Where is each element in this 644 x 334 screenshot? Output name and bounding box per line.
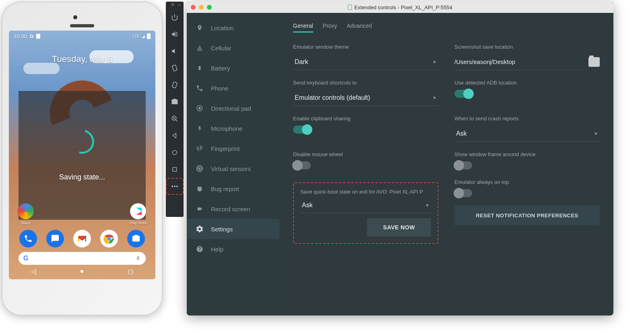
toggle-knob	[463, 89, 474, 99]
traffic-minimize-icon[interactable]	[199, 5, 204, 10]
saving-state-label: Saving state...	[59, 173, 105, 181]
dock-messages-icon[interactable]	[46, 230, 64, 247]
sidebar-item-cellular[interactable]: Cellular	[187, 38, 279, 58]
close-icon[interactable]: ×	[171, 2, 176, 7]
traffic-close-icon[interactable]	[191, 5, 196, 10]
path-value: /Users/easonj/Desktop	[454, 58, 515, 65]
bug-icon	[196, 185, 204, 192]
tab-general[interactable]: General	[293, 23, 313, 33]
tab-advanced[interactable]: Advanced	[347, 23, 372, 33]
svg-point-3	[108, 237, 110, 240]
sidebar-item-fingerprint[interactable]: Fingerprint	[187, 138, 279, 159]
save-now-button[interactable]: SAVE NOW	[367, 218, 431, 237]
field-theme: Emulator window theme Dark ▼	[293, 44, 438, 70]
svg-rect-5	[172, 82, 177, 88]
field-label: Disable mouse wheel	[293, 151, 438, 157]
screenshot-path-input[interactable]: /Users/easonj/Desktop	[454, 54, 584, 70]
toolbar-volume-up-button[interactable]	[166, 26, 184, 43]
field-frame: Show window frame around device	[454, 151, 600, 169]
sidebar-item-dpad[interactable]: Directional pad	[187, 98, 279, 118]
sidebar-item-phone[interactable]: Phone	[187, 78, 279, 98]
toolbar-volume-down-button[interactable]	[166, 43, 184, 60]
card-indicator-icon	[36, 34, 40, 39]
toolbar-home-button[interactable]	[166, 144, 184, 161]
dock-phone-icon[interactable]	[19, 230, 37, 247]
window-title-text: Extended controls - Pixel_XL_API_P:5554	[354, 4, 452, 10]
minimize-icon[interactable]: –	[178, 2, 182, 7]
dock-gmail-icon[interactable]	[73, 230, 91, 247]
wallpaper-cloud	[23, 63, 60, 74]
field-label: Send keyboard shortcuts to	[293, 80, 438, 86]
select-value: Ask	[302, 202, 313, 209]
sidebar-item-microphone[interactable]: Microphone	[187, 118, 279, 138]
field-crash: When to send crash reports Ask ▼	[454, 115, 600, 142]
phone-sensor-dot	[73, 15, 77, 19]
svg-point-17	[199, 168, 200, 169]
mouse-toggle[interactable]	[293, 161, 311, 169]
svg-point-16	[199, 107, 201, 109]
shortcuts-select[interactable]: Emulator controls (default) ▼	[293, 90, 438, 106]
toolbar-more-button[interactable]	[166, 178, 184, 195]
sidebar-item-label: Help	[211, 246, 223, 253]
theme-select[interactable]: Dark ▼	[293, 54, 438, 70]
settings-tabs: General Proxy Advanced	[293, 23, 600, 33]
select-value: Emulator controls (default)	[295, 94, 370, 101]
toolbar-recents-button[interactable]	[166, 161, 184, 178]
mic-icon[interactable]	[135, 255, 141, 262]
svg-line-7	[175, 120, 178, 122]
sidebar-item-bugreport[interactable]: Bug report	[187, 179, 279, 199]
home-dock	[9, 227, 155, 250]
settings-icon	[196, 225, 204, 233]
svg-rect-4	[172, 65, 177, 71]
sidebar-item-settings[interactable]: Settings	[187, 219, 279, 239]
sidebar-item-battery[interactable]: Battery	[187, 58, 279, 78]
reset-notifications-button[interactable]: RESET NOTIFICATION PREFERENCES	[454, 205, 600, 225]
toolbar-rotate-left-button[interactable]	[166, 60, 184, 76]
always-top-toggle[interactable]	[454, 189, 472, 197]
field-label: Emulator window theme	[293, 44, 438, 50]
nav-home-icon[interactable]: ●	[80, 268, 84, 275]
sidebar-item-sensors[interactable]: Virtual sensors	[187, 159, 279, 179]
nav-back-icon[interactable]: ◁	[31, 268, 36, 275]
window-title: Extended controls - Pixel_XL_API_P:5554	[348, 4, 452, 10]
tab-proxy[interactable]: Proxy	[323, 23, 337, 33]
toolbar-back-button[interactable]	[166, 127, 184, 144]
phone-screen[interactable]: 10:00 ✿ LTE ◢ Tuesday, Mar 6 Saving stat…	[9, 31, 155, 279]
dock-camera-icon[interactable]	[127, 230, 145, 247]
google-search-bar[interactable]: G	[19, 252, 146, 265]
extended-sidebar: Location Cellular Battery Phone Directio…	[187, 13, 279, 315]
app-playstore[interactable]: Play Store	[130, 203, 147, 225]
app-maps[interactable]: Maps	[18, 203, 34, 225]
window-titlebar[interactable]: Extended controls - Pixel_XL_API_P:5554	[187, 2, 613, 13]
battery-icon	[147, 33, 151, 39]
sidebar-item-location[interactable]: Location	[187, 18, 279, 38]
fingerprint-icon	[196, 144, 204, 153]
field-mouse: Disable mouse wheel	[293, 151, 438, 169]
field-always-on-top: Emulator always on top	[454, 179, 600, 197]
sidebar-item-record[interactable]: Record screen	[187, 199, 279, 219]
traffic-zoom-icon[interactable]	[207, 5, 212, 10]
crash-select[interactable]: Ask ▼	[454, 126, 600, 142]
dpad-icon	[196, 105, 204, 112]
frame-toggle[interactable]	[454, 161, 472, 169]
extended-controls-window: Extended controls - Pixel_XL_API_P:5554 …	[187, 2, 613, 315]
location-icon	[196, 24, 204, 32]
quickboot-select[interactable]: Ask ▼	[300, 197, 431, 213]
nav-recents-icon[interactable]: ◻	[128, 268, 133, 275]
toolbar-rotate-right-button[interactable]	[166, 76, 184, 93]
sidebar-item-help[interactable]: Help	[187, 239, 279, 259]
toolbar-zoom-button[interactable]	[166, 110, 184, 127]
field-screenshot-location: Screenshot save location /Users/easonj/D…	[454, 44, 600, 70]
sensors-icon	[196, 165, 204, 172]
browse-folder-button[interactable]	[588, 57, 600, 67]
toolbar-screenshot-button[interactable]	[166, 93, 184, 110]
dock-chrome-icon[interactable]	[100, 230, 118, 247]
field-label: Enable clipboard sharing	[293, 115, 438, 122]
clipboard-toggle[interactable]	[293, 126, 311, 134]
toolbar-power-button[interactable]	[166, 9, 184, 26]
svg-point-12	[171, 186, 173, 187]
adb-toggle[interactable]	[454, 90, 472, 98]
sidebar-item-label: Battery	[211, 65, 230, 72]
field-label: Screenshot save location	[454, 44, 600, 50]
field-label: Save quick-boot state on exit for AVD: P…	[300, 189, 431, 195]
